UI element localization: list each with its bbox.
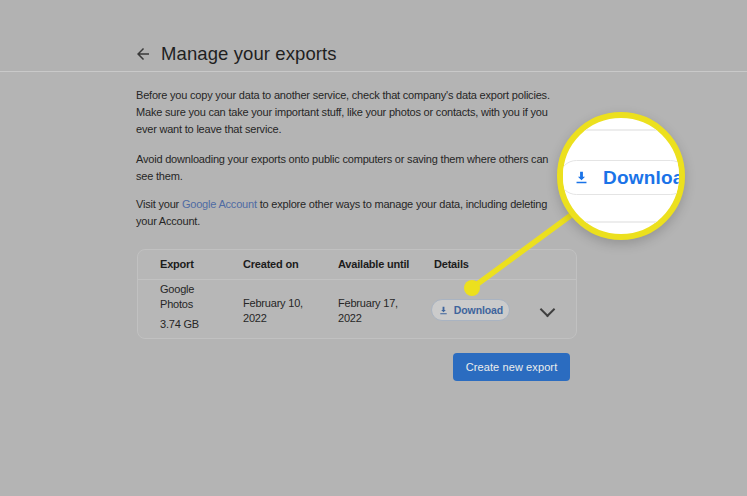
google-account-link[interactable]: Google Account — [182, 198, 257, 210]
column-header-export: Export — [160, 258, 194, 270]
magnified-download-button: Download — [559, 160, 685, 195]
export-available-until: February 17, 2022 — [338, 296, 398, 326]
column-header-created-on: Created on — [243, 258, 298, 270]
page-title: Manage your exports — [161, 43, 337, 65]
column-header-available-until: Available until — [338, 258, 409, 270]
callout-connector — [0, 0, 747, 496]
export-created-on: February 10, 2022 — [243, 296, 303, 326]
column-header-details: Details — [434, 258, 469, 270]
create-new-export-button[interactable]: Create new export — [453, 353, 570, 381]
page-header — [0, 0, 747, 72]
back-button[interactable] — [132, 44, 154, 66]
download-arrow-icon — [573, 169, 590, 186]
intro-paragraph-1: Before you copy your data to another ser… — [136, 87, 550, 138]
intro-paragraph-3: Visit your Google Account to explore oth… — [136, 196, 547, 230]
download-arrow-icon — [438, 305, 449, 316]
export-name: Google Photos — [160, 282, 194, 312]
chevron-down-icon[interactable] — [540, 302, 556, 318]
manage-exports-page: Manage your exports Before you copy your… — [0, 0, 747, 496]
exports-table-card: Export Created on Available until Detail… — [137, 249, 577, 339]
magnifier-callout-circle: Download — [557, 112, 685, 240]
magnified-download-label: Download — [603, 167, 685, 189]
export-size: 3.74 GB — [160, 317, 199, 332]
table-header-divider — [138, 279, 576, 280]
download-button[interactable]: Download — [431, 299, 510, 321]
arrow-left-icon — [134, 45, 152, 66]
download-button-label: Download — [454, 304, 503, 316]
intro-paragraph-2: Avoid downloading your exports onto publ… — [136, 151, 548, 185]
intro-paragraph-3-prefix: Visit your — [136, 198, 182, 210]
